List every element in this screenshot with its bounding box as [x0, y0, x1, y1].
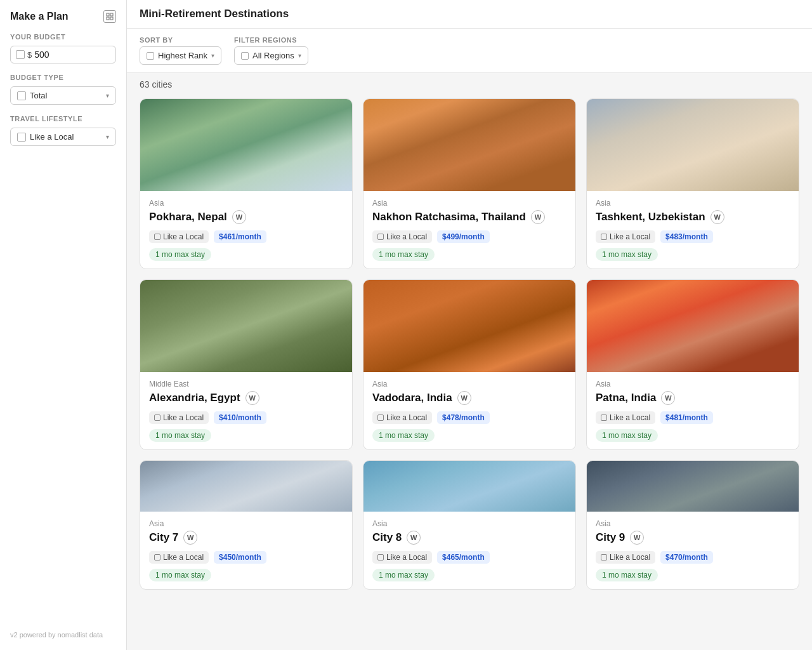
- card-tags: Like a Local $499/month: [372, 230, 566, 243]
- lifestyle-tag-icon: [154, 554, 160, 560]
- lifestyle-tag: Like a Local: [149, 551, 209, 564]
- card-city-name: Tashkent, Uzbekistan: [596, 211, 705, 223]
- card-item[interactable]: Middle East Alexandria, Egypt W Like a L…: [140, 279, 353, 450]
- stay-tag: 1 mo max stay: [596, 429, 658, 442]
- filter-regions-dropdown[interactable]: All Regions ▾: [234, 46, 308, 65]
- travel-lifestyle-section: TRAVEL LIFESTYLE Like a Local ▾: [10, 115, 116, 146]
- toolbar: SORT BY Highest Rank ▾ FILTER REGIONS Al…: [127, 29, 812, 73]
- stay-tag-row: 1 mo max stay: [149, 429, 343, 441]
- sidebar-title: Make a Plan: [10, 11, 69, 22]
- card-city-name: Nakhon Ratchasima, Thailand: [372, 211, 526, 223]
- card-image: [363, 99, 575, 191]
- card-body: Middle East Alexandria, Egypt W Like a L…: [140, 372, 352, 449]
- budget-type-label: BUDGET TYPE: [10, 74, 116, 81]
- wikipedia-button[interactable]: W: [407, 531, 421, 545]
- powered-by: v2 powered by nomadlist data: [10, 631, 103, 639]
- lifestyle-tag-icon: [601, 554, 607, 560]
- card-region: Asia: [372, 519, 566, 528]
- card-body: Asia City 8 W Like a Local $465/month 1 …: [363, 512, 575, 589]
- lifestyle-tag: Like a Local: [372, 551, 432, 564]
- lifestyle-tag-icon: [601, 415, 607, 421]
- svg-rect-0: [107, 13, 109, 16]
- lifestyle-value: Like a Local: [30, 132, 102, 142]
- price-tag: $465/month: [437, 551, 490, 564]
- main-header: Mini-Retirement Destinations: [127, 0, 812, 29]
- card-image: [587, 461, 799, 512]
- card-region: Asia: [372, 380, 566, 388]
- card-item[interactable]: Asia City 8 W Like a Local $465/month 1 …: [363, 460, 576, 590]
- wikipedia-button[interactable]: W: [183, 531, 197, 545]
- wikipedia-button[interactable]: W: [630, 531, 644, 545]
- card-tags: Like a Local $481/month: [596, 411, 790, 424]
- card-region: Asia: [596, 199, 790, 208]
- stay-tag-row: 1 mo max stay: [149, 248, 343, 260]
- card-image: [140, 99, 352, 191]
- card-region: Middle East: [149, 380, 343, 388]
- stay-tag-row: 1 mo max stay: [372, 429, 566, 441]
- card-item[interactable]: Asia Patna, India W Like a Local $481/mo…: [586, 279, 799, 450]
- layout-icon[interactable]: [103, 10, 116, 23]
- card-name-row: Tashkent, Uzbekistan W: [596, 210, 790, 224]
- lifestyle-tag-icon: [377, 554, 384, 560]
- page-title: Mini-Retirement Destinations: [140, 8, 289, 20]
- sort-by-dropdown[interactable]: Highest Rank ▾: [140, 46, 221, 65]
- filter-regions-value: All Regions: [252, 51, 294, 60]
- card-name-row: Vadodara, India W: [372, 391, 566, 405]
- card-item[interactable]: Asia Pokhara, Nepal W Like a Local $461/…: [140, 98, 353, 269]
- sort-arrow: ▾: [211, 52, 214, 59]
- lifestyle-tag: Like a Local: [596, 411, 655, 424]
- wikipedia-button[interactable]: W: [531, 210, 545, 224]
- budget-type-icon: [17, 91, 26, 100]
- wikipedia-button[interactable]: W: [457, 391, 471, 405]
- wikipedia-button[interactable]: W: [710, 210, 724, 224]
- stay-tag: 1 mo max stay: [596, 248, 658, 261]
- wikipedia-button[interactable]: W: [232, 210, 246, 224]
- card-tags: Like a Local $461/month: [149, 230, 343, 243]
- card-city-name: Patna, India: [596, 392, 656, 404]
- card-body: Asia Pokhara, Nepal W Like a Local $461/…: [140, 191, 352, 269]
- card-tags: Like a Local $465/month: [372, 551, 566, 564]
- card-name-row: City 7 W: [149, 531, 343, 545]
- card-body: Asia City 9 W Like a Local $470/month 1 …: [587, 512, 799, 589]
- filter-regions-group: FILTER REGIONS All Regions ▾: [234, 36, 308, 65]
- card-item[interactable]: Asia Vadodara, India W Like a Local $478…: [363, 279, 576, 450]
- card-image: [587, 99, 799, 191]
- filter-regions-label: FILTER REGIONS: [234, 36, 308, 44]
- sort-by-value: Highest Rank: [158, 51, 207, 60]
- budget-input-row: $: [10, 46, 116, 63]
- lifestyle-icon: [17, 133, 26, 142]
- stay-tag-row: 1 mo max stay: [372, 248, 566, 260]
- stay-tag: 1 mo max stay: [149, 569, 211, 581]
- lifestyle-arrow: ▾: [106, 133, 109, 140]
- stay-tag: 1 mo max stay: [372, 429, 435, 442]
- wikipedia-button[interactable]: W: [661, 391, 675, 405]
- card-image: [363, 280, 575, 372]
- main-content: Mini-Retirement Destinations SORT BY Hig…: [127, 0, 812, 650]
- card-item[interactable]: Asia Nakhon Ratchasima, Thailand W Like …: [363, 98, 576, 269]
- card-image: [587, 280, 799, 372]
- stay-tag: 1 mo max stay: [149, 248, 211, 261]
- travel-lifestyle-label: TRAVEL LIFESTYLE: [10, 115, 116, 123]
- card-region: Asia: [596, 519, 790, 528]
- card-item[interactable]: Asia City 7 W Like a Local $450/month 1 …: [140, 460, 353, 590]
- budget-type-arrow: ▾: [106, 92, 109, 99]
- card-body: Asia Vadodara, India W Like a Local $478…: [363, 372, 575, 449]
- price-tag: $461/month: [214, 230, 266, 243]
- stay-tag: 1 mo max stay: [372, 569, 435, 581]
- budget-input[interactable]: [34, 50, 72, 60]
- card-item[interactable]: Asia City 9 W Like a Local $470/month 1 …: [586, 460, 799, 590]
- wikipedia-button[interactable]: W: [246, 391, 259, 405]
- filter-icon: [241, 52, 249, 60]
- filter-arrow: ▾: [298, 52, 301, 59]
- budget-currency: $: [27, 50, 32, 60]
- card-tags: Like a Local $478/month: [372, 411, 566, 424]
- lifestyle-tag: Like a Local: [596, 230, 655, 243]
- card-region: Asia: [149, 199, 343, 208]
- card-body: Asia Nakhon Ratchasima, Thailand W Like …: [363, 191, 575, 269]
- travel-lifestyle-select[interactable]: Like a Local ▾: [10, 128, 116, 146]
- card-item[interactable]: Asia Tashkent, Uzbekistan W Like a Local…: [586, 98, 799, 269]
- budget-type-select[interactable]: Total ▾: [10, 86, 116, 105]
- lifestyle-tag-icon: [154, 234, 160, 240]
- card-city-name: Alexandria, Egypt: [149, 392, 240, 404]
- card-name-row: Alexandria, Egypt W: [149, 391, 343, 405]
